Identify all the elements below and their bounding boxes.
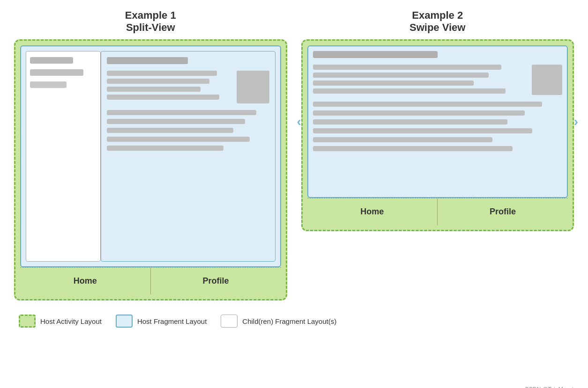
swipe-text-bar-4	[313, 88, 506, 94]
swipe-header	[313, 51, 563, 58]
swipe-text-bar-1	[313, 65, 502, 70]
swipe-body	[313, 65, 563, 95]
examples-row: Example 1 Split-View	[0, 9, 588, 300]
swipe-line-2	[313, 110, 525, 116]
text-bar-1	[107, 71, 217, 76]
example1-nav-home[interactable]: Home	[20, 268, 150, 294]
swipe-view-container: ‹	[307, 45, 568, 198]
example1-title-line2: Split-View	[125, 22, 176, 34]
example1-title-line1: Example 1	[125, 9, 176, 22]
legend-label-3: Child(ren) Fragment Layout(s)	[242, 317, 336, 325]
legend-box-white	[221, 315, 238, 328]
example2-host-fragment	[307, 45, 568, 198]
page-wrapper: Example 1 Split-View	[0, 9, 588, 388]
example2-title-line1: Example 2	[409, 9, 465, 22]
example2-nav-profile[interactable]: Profile	[438, 198, 568, 225]
legend-item-1: Host Activity Layout	[19, 315, 102, 328]
example1-bottom-nav: Home Profile	[20, 267, 281, 294]
example1-host-fragment	[20, 45, 281, 267]
legend-box-blue	[116, 315, 133, 328]
swipe-line-1	[313, 102, 543, 107]
left-item-1	[30, 57, 73, 64]
example1-title: Example 1 Split-View	[125, 9, 176, 34]
swipe-left-arrow[interactable]: ‹	[297, 114, 301, 129]
swipe-text-bar-3	[313, 81, 474, 86]
right-header-bar	[107, 57, 188, 64]
line-3	[107, 128, 233, 133]
legend-item-2: Host Fragment Layout	[116, 315, 207, 328]
legend-label-2: Host Fragment Layout	[137, 317, 207, 325]
text-bar-2	[107, 79, 209, 84]
line-1	[107, 110, 256, 115]
swipe-header-bar	[313, 51, 438, 58]
example2-title: Example 2 Swipe View	[409, 9, 465, 34]
legend-box-green	[19, 315, 36, 328]
right-lines	[107, 110, 269, 151]
swipe-right-arrow[interactable]: ›	[574, 114, 578, 129]
example2-host-activity: ‹	[301, 39, 574, 231]
line-2	[107, 119, 245, 124]
example1-host-activity: Home Profile	[14, 39, 287, 300]
legend-label-1: Host Activity Layout	[40, 317, 102, 325]
legend: Host Activity Layout Host Fragment Layou…	[0, 310, 588, 332]
image-placeholder	[237, 71, 269, 103]
text-bar-4	[107, 95, 219, 100]
text-bar-3	[107, 87, 201, 92]
example2-title-line2: Swipe View	[409, 22, 465, 34]
example2-bottom-nav: Home Profile	[307, 198, 568, 225]
split-view-inner	[26, 51, 275, 262]
main-container: Example 1 Split-View	[0, 9, 588, 332]
swipe-line-3	[313, 119, 507, 124]
swipe-line-4	[313, 128, 533, 133]
swipe-line-5	[313, 137, 492, 142]
left-item-2	[30, 69, 83, 76]
watermark: CSDN @Tai_Monster	[525, 386, 579, 388]
swipe-lines	[313, 102, 563, 192]
right-content	[107, 71, 269, 103]
example1-nav-profile[interactable]: Profile	[151, 268, 281, 294]
swipe-text-bar-2	[313, 73, 489, 78]
swipe-line-6	[313, 146, 513, 151]
swipe-text-lines	[313, 65, 528, 95]
example1-block: Example 1 Split-View	[14, 9, 287, 300]
example2-block: Example 2 Swipe View ‹	[301, 9, 574, 300]
text-lines	[107, 71, 232, 103]
split-left-pane	[26, 51, 101, 262]
swipe-image-placeholder	[532, 65, 562, 95]
swipe-page-content	[313, 51, 563, 192]
swipe-spacer	[313, 155, 563, 192]
left-item-3	[30, 81, 67, 88]
example2-nav-home[interactable]: Home	[307, 198, 438, 225]
line-4	[107, 137, 250, 142]
line-5	[107, 146, 223, 151]
legend-item-3: Child(ren) Fragment Layout(s)	[221, 315, 336, 328]
right-header	[107, 57, 269, 64]
split-right-pane	[101, 51, 275, 262]
